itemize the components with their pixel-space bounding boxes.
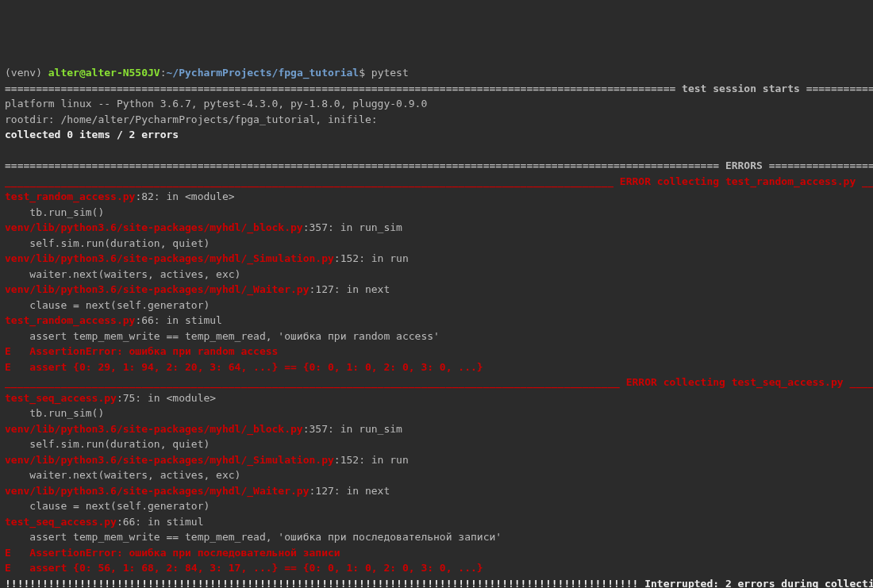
file-loc: :75: in <module> <box>117 392 216 404</box>
venv-label: (venv) <box>5 67 48 79</box>
trace-line: venv/lib/python3.6/site-packages/myhdl/_… <box>5 283 390 295</box>
code-line: tb.run_sim() <box>5 407 104 419</box>
assertion-detail-line: E assert {0: 29, 1: 94, 2: 20, 3: 64, ..… <box>5 361 483 373</box>
file-path: venv/lib/python3.6/site-packages/myhdl/_… <box>5 221 303 233</box>
trace-line: test_seq_access.py:66: in stimul <box>5 516 203 528</box>
file-loc: :152: in run <box>334 252 409 264</box>
assertion-detail: assert {0: 29, 1: 94, 2: 20, 3: 64, ...}… <box>29 361 483 373</box>
trace-line: venv/lib/python3.6/site-packages/myhdl/_… <box>5 423 402 435</box>
code-line: assert temp_mem_write == temp_mem_read, … <box>5 531 502 543</box>
assertion-error-line: E AssertionError: ошибка при random acce… <box>5 345 278 357</box>
assertion-msg: AssertionError: ошибка при random access <box>29 345 278 357</box>
file-path: venv/lib/python3.6/site-packages/myhdl/_… <box>5 485 310 497</box>
cwd-path: ~/PycharmProjects/fpga_tutorial <box>167 67 360 79</box>
e-prefix: E <box>5 562 29 574</box>
trace-line: test_seq_access.py:75: in <module> <box>5 392 216 404</box>
trace-line: venv/lib/python3.6/site-packages/myhdl/_… <box>5 454 409 466</box>
assertion-detail-line: E assert {0: 56, 1: 68, 2: 84, 3: 17, ..… <box>5 562 483 574</box>
e-prefix: E <box>5 361 29 373</box>
command-input[interactable]: pytest <box>371 67 409 79</box>
code-line: self.sim.run(duration, quiet) <box>5 438 210 450</box>
file-loc: :357: in run_sim <box>303 423 402 435</box>
code-line: clause = next(self.generator) <box>5 299 210 311</box>
error-header-2: ________________________________________… <box>5 376 873 388</box>
trace-line: test_random_access.py:66: in stimul <box>5 314 222 326</box>
trace-line: venv/lib/python3.6/site-packages/myhdl/_… <box>5 221 402 233</box>
rootdir-line: rootdir: /home/alter/PycharmProjects/fpg… <box>5 113 378 125</box>
file-loc: :357: in run_sim <box>303 221 402 233</box>
trace-line: venv/lib/python3.6/site-packages/myhdl/_… <box>5 252 409 264</box>
colon: : <box>160 67 167 79</box>
file-loc: :66: in stimul <box>117 516 204 528</box>
code-line: tb.run_sim() <box>5 206 104 218</box>
file-path: venv/lib/python3.6/site-packages/myhdl/_… <box>5 283 310 295</box>
prompt-dollar: $ <box>359 67 371 79</box>
file-path: test_random_access.py <box>5 314 135 326</box>
file-path: test_seq_access.py <box>5 392 117 404</box>
code-line: clause = next(self.generator) <box>5 500 210 512</box>
file-path: test_random_access.py <box>5 190 135 202</box>
trace-line: test_random_access.py:82: in <module> <box>5 190 235 202</box>
file-loc: :127: in next <box>310 283 390 295</box>
file-loc: :66: in stimul <box>135 314 222 326</box>
file-path: venv/lib/python3.6/site-packages/myhdl/_… <box>5 423 303 435</box>
terminal-output[interactable]: (venv) alter@alter-N550JV:~/PycharmProje… <box>5 65 868 588</box>
assertion-msg: AssertionError: ошибка при последователь… <box>29 547 340 559</box>
code-line: assert temp_mem_write == temp_mem_read, … <box>5 330 440 342</box>
e-prefix: E <box>5 345 29 357</box>
code-line: waiter.next(waiters, actives, exc) <box>5 268 240 280</box>
platform-line: platform linux -- Python 3.6.7, pytest-4… <box>5 98 427 110</box>
file-loc: :82: in <module> <box>135 190 234 202</box>
user-host: alter@alter-N550JV <box>48 67 160 79</box>
code-line: waiter.next(waiters, actives, exc) <box>5 469 240 481</box>
errors-divider: ========================================… <box>5 159 873 171</box>
trace-line: venv/lib/python3.6/site-packages/myhdl/_… <box>5 485 390 497</box>
e-prefix: E <box>5 547 29 559</box>
interrupted-line: !!!!!!!!!!!!!!!!!!!!!!!!!!!!!!!!!!!!!!!!… <box>5 578 873 589</box>
assertion-error-line: E AssertionError: ошибка при последовате… <box>5 547 340 559</box>
collected-line: collected 0 items / 2 errors <box>5 129 179 140</box>
session-header-divider: ========================================… <box>5 83 873 94</box>
file-loc: :152: in run <box>334 454 409 466</box>
file-path: venv/lib/python3.6/site-packages/myhdl/_… <box>5 252 334 264</box>
file-path: test_seq_access.py <box>5 516 117 528</box>
file-path: venv/lib/python3.6/site-packages/myhdl/_… <box>5 454 334 466</box>
assertion-detail: assert {0: 56, 1: 68, 2: 84, 3: 17, ...}… <box>29 562 483 574</box>
error-header-1: ________________________________________… <box>5 175 873 187</box>
prompt-line: (venv) alter@alter-N550JV:~/PycharmProje… <box>5 67 409 79</box>
code-line: self.sim.run(duration, quiet) <box>5 237 210 249</box>
file-loc: :127: in next <box>310 485 390 497</box>
